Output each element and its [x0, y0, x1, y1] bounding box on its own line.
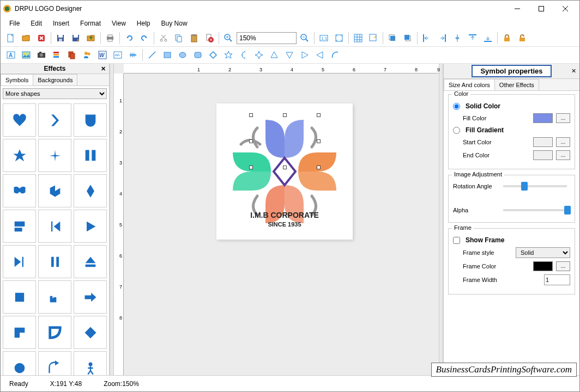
print-icon[interactable]: [103, 31, 117, 45]
tab-size-colors[interactable]: Size And colors: [444, 79, 495, 90]
fill-gradient-radio[interactable]: [453, 127, 460, 134]
symbol-leaves[interactable]: [3, 174, 36, 207]
align-left-icon[interactable]: [420, 31, 434, 45]
save-icon[interactable]: [53, 31, 68, 45]
frame-width-spinner[interactable]: [544, 274, 570, 285]
triangle-up-tool-icon[interactable]: [267, 48, 281, 62]
menu-file[interactable]: File: [5, 19, 24, 28]
grid-icon[interactable]: [351, 31, 365, 45]
artboard[interactable]: I.M.B CORPORATE SINCE 1935: [216, 103, 353, 240]
symbol-leaf[interactable]: [38, 316, 71, 349]
symbol-play[interactable]: [74, 210, 107, 243]
left-resize-handle[interactable]: [110, 64, 114, 375]
save-as-icon[interactable]: [69, 31, 83, 45]
zoom-out-icon[interactable]: [298, 31, 312, 45]
rotation-slider[interactable]: [503, 185, 567, 187]
open-icon[interactable]: [19, 31, 33, 45]
start-color-browse-button[interactable]: ...: [556, 137, 570, 147]
signature-icon[interactable]: [111, 48, 125, 62]
symbol-circle[interactable]: [3, 351, 36, 375]
symbol-cube[interactable]: [38, 174, 71, 207]
fill-color-browse-button[interactable]: ...: [556, 113, 570, 123]
symbol-arrow-down-left[interactable]: [38, 280, 71, 314]
frame-style-dropdown[interactable]: Solid: [516, 247, 570, 258]
user-icon[interactable]: [80, 48, 94, 62]
menu-view[interactable]: View: [107, 19, 130, 28]
end-color-swatch[interactable]: [533, 150, 553, 160]
shape-category-dropdown[interactable]: More shapes: [3, 88, 107, 99]
symbol-shield[interactable]: [74, 103, 107, 137]
arc-tool-icon[interactable]: [328, 48, 342, 62]
symbol-person[interactable]: [74, 351, 107, 375]
end-color-browse-button[interactable]: ...: [556, 150, 570, 160]
delete-icon[interactable]: [202, 31, 216, 45]
symbol-diamond[interactable]: [74, 174, 107, 207]
menu-format[interactable]: Format: [76, 19, 105, 28]
show-frame-checkbox[interactable]: [453, 237, 460, 244]
frame-color-swatch[interactable]: [533, 261, 553, 271]
rect-tool-icon[interactable]: [160, 48, 174, 62]
menu-edit[interactable]: Edit: [26, 19, 46, 28]
unlock-icon[interactable]: [515, 31, 529, 45]
minimize-button[interactable]: [505, 1, 529, 17]
symbol-flag[interactable]: [3, 210, 36, 243]
symbol-next[interactable]: [3, 245, 36, 278]
effects-panel-close-icon[interactable]: ✕: [101, 65, 106, 72]
symbol-stop[interactable]: [3, 280, 36, 314]
menu-buy-now[interactable]: Buy Now: [157, 19, 192, 28]
align-center-icon[interactable]: [450, 31, 464, 45]
align-right-icon[interactable]: [435, 31, 449, 45]
maximize-button[interactable]: [529, 1, 553, 17]
cut-icon[interactable]: [156, 31, 171, 45]
symbol-sparkle[interactable]: [38, 139, 71, 172]
logo-artwork[interactable]: I.M.B CORPORATE SINCE 1935: [216, 103, 353, 240]
zoom-combo[interactable]: [237, 32, 297, 44]
roundrect-tool-icon[interactable]: [191, 48, 205, 62]
ellipse-tool-icon[interactable]: [176, 48, 190, 62]
tab-symbols[interactable]: Symbols: [1, 74, 33, 85]
star4-tool-icon[interactable]: [252, 48, 266, 62]
actual-size-icon[interactable]: 1:1: [317, 31, 331, 45]
symbol-heart[interactable]: [3, 103, 36, 137]
close-file-icon[interactable]: [34, 31, 49, 45]
align-top-icon[interactable]: [466, 31, 480, 45]
triangle-left-tool-icon[interactable]: [313, 48, 327, 62]
menu-insert[interactable]: Insert: [49, 19, 74, 28]
symbol-corner[interactable]: [3, 316, 36, 349]
fill-color-swatch[interactable]: [533, 113, 553, 123]
frame-color-browse-button[interactable]: ...: [556, 261, 570, 271]
right-resize-handle[interactable]: [439, 64, 443, 375]
triangle-down-tool-icon[interactable]: [282, 48, 297, 62]
copy-icon[interactable]: [172, 31, 186, 45]
triangle-right-tool-icon[interactable]: [298, 48, 312, 62]
solid-color-radio[interactable]: [453, 103, 460, 110]
watermark-icon[interactable]: [126, 48, 140, 62]
tab-backgrounds[interactable]: Backgrounds: [33, 74, 77, 85]
symbol-book[interactable]: [74, 139, 107, 172]
zoom-in-icon[interactable]: [221, 31, 235, 45]
lock-icon[interactable]: [500, 31, 514, 45]
alpha-slider[interactable]: [503, 209, 567, 211]
tab-other-effects[interactable]: Other Effects: [494, 79, 539, 90]
new-icon[interactable]: [4, 31, 18, 45]
diamond-tool-icon[interactable]: [206, 48, 220, 62]
properties-panel-close-icon[interactable]: ✕: [571, 68, 576, 75]
canvas-viewport[interactable]: I.M.B CORPORATE SINCE 1935: [124, 74, 439, 375]
word-icon[interactable]: W: [95, 48, 110, 62]
fit-icon[interactable]: [332, 31, 346, 45]
symbol-pause[interactable]: [38, 245, 71, 278]
bring-front-icon[interactable]: [385, 31, 400, 45]
send-back-icon[interactable]: [401, 31, 415, 45]
symbol-chevron[interactable]: [38, 103, 71, 137]
symbol-star[interactable]: [3, 139, 36, 172]
duplicate-icon[interactable]: [65, 48, 79, 62]
symbol-prev[interactable]: [38, 210, 71, 243]
menu-help[interactable]: Help: [132, 19, 155, 28]
paste-icon[interactable]: [187, 31, 201, 45]
undo-icon[interactable]: [122, 31, 136, 45]
start-color-swatch[interactable]: [533, 137, 553, 147]
line-tool-icon[interactable]: [145, 48, 159, 62]
star-tool-icon[interactable]: [221, 48, 235, 62]
symbol-bent-arrow[interactable]: [38, 351, 71, 375]
camera-icon[interactable]: [34, 48, 49, 62]
